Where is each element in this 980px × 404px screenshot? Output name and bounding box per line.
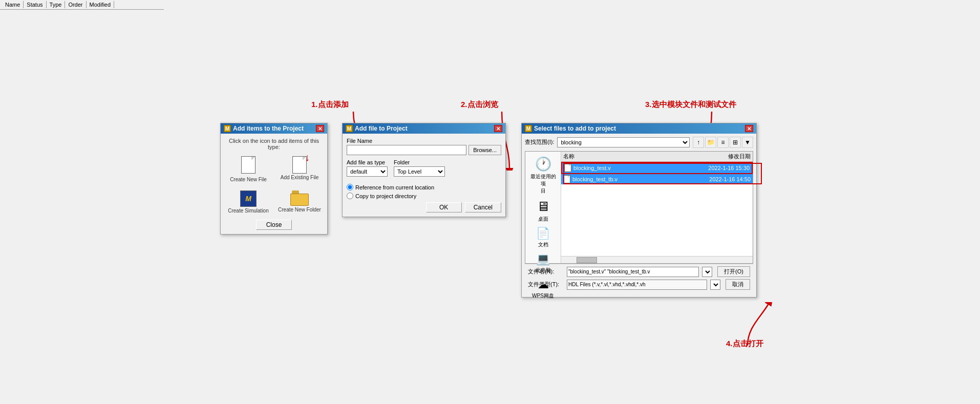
list-view-icon[interactable]: ≡: [717, 137, 729, 148]
file-browser-sidebar: 🕐 最近使用的项目 🖥 桌面 📄 文档 💻 此电脑 ☁ WPS网盘: [525, 152, 561, 263]
radio-reference-label: Reference from current location: [355, 184, 434, 190]
recent-icon: 🕐: [535, 156, 551, 172]
filename-footer-input[interactable]: [567, 267, 699, 277]
filetype-footer-row: 文件类型(T): ▼ 取消: [528, 279, 750, 290]
col-date-header: 修改日期: [674, 153, 751, 160]
open-button[interactable]: 打开(O): [717, 266, 750, 277]
new-folder-icon[interactable]: 📁: [705, 137, 716, 148]
documents-icon: 📄: [536, 227, 550, 240]
add-items-icon-grid: Create New File ↓ Add Existing File M Cr…: [225, 154, 323, 216]
file-list-body: blocking_test.v 2022-1-16 15:30 blocking…: [561, 162, 753, 256]
col-name: Name: [2, 1, 24, 8]
folder-group: Folder Top Level: [394, 159, 445, 177]
filetype-footer-label: 文件类型(T):: [528, 281, 564, 288]
browse-button[interactable]: Browse...: [468, 145, 501, 155]
desktop-icon: 🖥: [537, 199, 550, 215]
look-in-row: 查找范围(I): blocking ↑ 📁 ≡ ⊞ ▼: [525, 137, 753, 148]
add-as-label: Add file as type: [347, 159, 388, 165]
project-table-header: Name Status Type Order Modified: [0, 0, 164, 10]
file-list-area: 名称 修改日期 blocking_test.v 2022-1-16 15:30: [561, 152, 753, 263]
look-in-label: 查找范围(I):: [525, 138, 554, 146]
create-simulation-label: Create Simulation: [228, 208, 268, 214]
details-view-icon[interactable]: ⊞: [730, 137, 741, 148]
add-items-title: Add items to the Project: [233, 125, 304, 132]
add-items-titlebar: M Add items to the Project ✕: [221, 123, 327, 134]
radio-copy-input[interactable]: [347, 193, 353, 199]
filename-footer-label: 文件名(N):: [528, 268, 564, 275]
sidebar-item-documents[interactable]: 📄 文档: [527, 225, 559, 250]
add-existing-icon: ↓: [292, 156, 307, 174]
file-name-0: blocking_test.v: [573, 165, 611, 171]
create-new-file-item[interactable]: Create New File: [225, 154, 272, 184]
cancel-button-2[interactable]: 取消: [726, 279, 750, 290]
annotation-4: 4.点击打开: [726, 339, 763, 349]
h-scroll-thumb[interactable]: [577, 257, 597, 263]
annotation-1: 1.点击添加: [311, 100, 349, 110]
filetype-footer-input[interactable]: [567, 280, 707, 290]
file-name-cell-0: blocking_test.v: [564, 164, 671, 172]
add-file-dialog: M Add file to Project ✕ File Name Browse…: [342, 123, 506, 217]
filename-label: File Name: [347, 138, 501, 144]
add-file-title: Add file to Project: [355, 125, 408, 132]
add-as-group: Add file as type default: [347, 159, 388, 177]
ok-cancel-row: OK Cancel: [347, 202, 501, 212]
add-items-description: Click on the icon to add items of this t…: [225, 138, 323, 150]
add-as-select[interactable]: default: [347, 166, 388, 177]
h-scrollbar[interactable]: [561, 256, 753, 263]
add-file-close-btn[interactable]: ✕: [494, 125, 502, 132]
file-icon-0: [564, 164, 571, 172]
col-modified: Modified: [87, 1, 115, 8]
new-file-icon: [240, 156, 257, 176]
radio-reference-input[interactable]: [347, 184, 353, 190]
select-files-dialog: M Select files to add to project ✕ 查找范围(…: [521, 123, 757, 297]
add-items-dialog: M Add items to the Project ✕ Click on th…: [220, 123, 328, 235]
arrow-4: [732, 302, 773, 348]
file-name-1: blocking_test_tb.v: [572, 176, 617, 182]
add-existing-file-label: Add Existing File: [281, 175, 318, 180]
radio-reference[interactable]: Reference from current location: [347, 184, 501, 190]
file-row-1[interactable]: blocking_test_tb.v 2022-1-16 14:50: [561, 174, 753, 184]
cancel-button[interactable]: Cancel: [465, 202, 501, 212]
col-status: Status: [24, 1, 46, 8]
file-footer: 文件名(N): ▼ 打开(O) 文件类型(T): ▼ 取消: [525, 264, 753, 294]
filename-group: File Name Browse...: [347, 138, 501, 155]
recent-label: 最近使用的项目: [529, 173, 558, 195]
file-date-0: 2022-1-16 15:30: [673, 165, 750, 171]
ok-button[interactable]: OK: [426, 202, 462, 212]
add-items-close-button[interactable]: Close: [256, 220, 292, 230]
create-new-file-label: Create New File: [230, 177, 267, 182]
look-in-combo[interactable]: blocking: [557, 137, 690, 147]
modelSim-icon-3: M: [525, 125, 532, 132]
folder-icon: [290, 190, 309, 206]
select-files-close-btn[interactable]: ✕: [745, 125, 753, 132]
select-files-titlebar: M Select files to add to project ✕: [522, 123, 756, 134]
add-items-close-btn[interactable]: ✕: [316, 125, 324, 132]
modelSim-icon-2: M: [346, 125, 353, 132]
col-name-header: 名称: [563, 153, 674, 160]
add-existing-file-item[interactable]: ↓ Add Existing File: [276, 154, 323, 184]
filename-dropdown[interactable]: ▼: [702, 267, 712, 277]
desktop-label: 桌面: [538, 216, 548, 223]
file-list-header: 名称 修改日期: [561, 152, 753, 162]
create-simulation-item[interactable]: M Create Simulation: [225, 188, 272, 216]
thispc-icon: 💻: [536, 252, 550, 266]
folder-label: Folder: [394, 159, 445, 165]
add-file-titlebar: M Add file to Project ✕: [343, 123, 505, 134]
sidebar-item-desktop[interactable]: 🖥 桌面: [527, 197, 559, 224]
documents-label: 文档: [538, 241, 548, 248]
filename-footer-row: 文件名(N): ▼ 打开(O): [528, 266, 750, 277]
filename-input[interactable]: [347, 145, 466, 155]
filetype-dropdown[interactable]: ▼: [710, 280, 720, 290]
annotation-2: 2.点击浏览: [461, 100, 498, 110]
select-files-title: Select files to add to project: [534, 125, 616, 132]
view-options-icon[interactable]: ▼: [742, 137, 753, 148]
file-row-0[interactable]: blocking_test.v 2022-1-16 15:30: [561, 162, 753, 174]
col-order: Order: [65, 1, 86, 8]
folder-select[interactable]: Top Level: [394, 166, 445, 177]
create-new-folder-item[interactable]: Create New Folder: [276, 188, 323, 216]
radio-copy[interactable]: Copy to project directory: [347, 193, 501, 199]
file-browser: 🕐 最近使用的项目 🖥 桌面 📄 文档 💻 此电脑 ☁ WPS网盘: [525, 151, 753, 264]
go-up-icon[interactable]: ↑: [693, 137, 704, 148]
type-folder-row: Add file as type default Folder Top Leve…: [347, 159, 501, 181]
sidebar-item-recent[interactable]: 🕐 最近使用的项目: [527, 155, 559, 196]
